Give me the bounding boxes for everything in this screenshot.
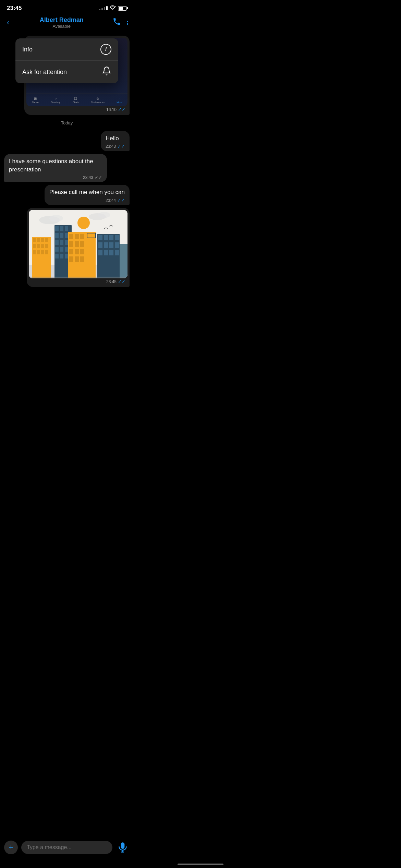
header-actions bbox=[112, 17, 128, 28]
bell-icon bbox=[102, 66, 111, 78]
back-button[interactable]: ‹ bbox=[5, 17, 11, 28]
svg-rect-55 bbox=[98, 242, 102, 248]
svg-point-4 bbox=[98, 212, 110, 218]
message-time: 23:44 bbox=[106, 198, 116, 203]
svg-rect-48 bbox=[75, 256, 79, 262]
svg-rect-35 bbox=[65, 254, 68, 258]
svg-rect-21 bbox=[55, 226, 59, 231]
read-receipt-icon: ✓✓ bbox=[117, 198, 125, 203]
svg-rect-49 bbox=[80, 256, 84, 262]
read-receipt-icon: ✓✓ bbox=[117, 144, 125, 149]
message-footer: 23:44 ✓✓ bbox=[49, 198, 125, 203]
mock-tab-phone: ⊞ Phone bbox=[32, 97, 39, 104]
svg-rect-22 bbox=[60, 226, 63, 231]
message-time: 23:43 bbox=[83, 175, 93, 180]
contact-status: Available bbox=[11, 24, 112, 29]
svg-rect-43 bbox=[80, 241, 84, 247]
svg-rect-59 bbox=[98, 250, 102, 255]
svg-rect-34 bbox=[60, 254, 63, 258]
message-time: 23:43 bbox=[106, 144, 116, 149]
message-text: Please call me when you can bbox=[49, 188, 125, 196]
svg-rect-41 bbox=[69, 241, 73, 247]
svg-rect-50 bbox=[97, 234, 120, 278]
svg-rect-56 bbox=[104, 242, 108, 248]
svg-rect-47 bbox=[69, 256, 73, 262]
svg-rect-23 bbox=[65, 226, 68, 231]
status-time: 23:45 bbox=[7, 5, 22, 12]
svg-rect-10 bbox=[41, 238, 44, 242]
contact-name: Albert Redman bbox=[11, 16, 112, 24]
svg-rect-33 bbox=[55, 254, 59, 258]
mock-tab-more: → More bbox=[117, 97, 122, 104]
svg-rect-24 bbox=[55, 233, 59, 238]
svg-rect-51 bbox=[98, 235, 102, 240]
svg-rect-15 bbox=[45, 244, 48, 248]
svg-rect-45 bbox=[75, 249, 79, 254]
signal-icon bbox=[99, 6, 108, 10]
mock-tab-conferences: ⊙ Conferences bbox=[91, 97, 105, 104]
svg-rect-39 bbox=[75, 234, 79, 239]
svg-rect-16 bbox=[33, 250, 36, 254]
svg-rect-38 bbox=[69, 234, 73, 239]
svg-rect-13 bbox=[37, 244, 40, 248]
svg-rect-31 bbox=[60, 247, 63, 252]
message-text: I have some questions about the presenta… bbox=[9, 157, 102, 174]
read-receipt-icon: ✓✓ bbox=[118, 107, 125, 112]
svg-rect-58 bbox=[115, 242, 119, 248]
info-menu-item[interactable]: Info i bbox=[15, 38, 118, 61]
info-icon: i bbox=[100, 44, 111, 55]
read-receipt-icon: ✓✓ bbox=[118, 279, 125, 284]
message-footer: 23:43 ✓✓ bbox=[9, 175, 102, 180]
svg-rect-61 bbox=[109, 250, 113, 255]
svg-rect-30 bbox=[55, 247, 59, 252]
svg-rect-17 bbox=[37, 250, 40, 254]
status-icons bbox=[99, 5, 127, 11]
svg-rect-12 bbox=[33, 244, 36, 248]
svg-rect-52 bbox=[104, 235, 108, 240]
message-time-screenshot: 16:10 ✓✓ bbox=[26, 106, 127, 113]
date-divider: Today bbox=[4, 118, 130, 128]
message-image[interactable]: 23:45 ✓✓ bbox=[27, 208, 130, 287]
svg-rect-42 bbox=[75, 241, 79, 247]
svg-rect-54 bbox=[115, 235, 119, 240]
svg-rect-46 bbox=[80, 249, 84, 254]
svg-rect-7 bbox=[32, 237, 51, 278]
svg-rect-62 bbox=[115, 250, 119, 255]
chat-header: ‹ Albert Redman Available Info i Ask for… bbox=[0, 14, 134, 32]
svg-rect-63 bbox=[120, 244, 127, 278]
more-options-button[interactable] bbox=[127, 21, 128, 25]
attention-menu-item[interactable]: Ask for attention bbox=[15, 61, 118, 83]
status-bar: 23:45 bbox=[0, 0, 134, 14]
message-footer: 23:43 ✓✓ bbox=[106, 144, 125, 149]
message-time-image: 23:45 ✓✓ bbox=[29, 278, 127, 285]
attention-label: Ask for attention bbox=[22, 69, 67, 76]
svg-rect-8 bbox=[33, 238, 36, 242]
svg-rect-25 bbox=[60, 233, 63, 238]
battery-icon bbox=[118, 6, 127, 11]
svg-point-2 bbox=[49, 215, 63, 222]
svg-rect-29 bbox=[65, 240, 68, 245]
city-image bbox=[29, 210, 127, 278]
read-receipt-icon: ✓✓ bbox=[95, 175, 102, 180]
phone-button[interactable] bbox=[112, 17, 121, 28]
svg-rect-44 bbox=[69, 249, 73, 254]
svg-rect-26 bbox=[65, 233, 68, 238]
svg-rect-11 bbox=[45, 238, 48, 242]
dropdown-menu: Info i Ask for attention bbox=[15, 38, 118, 83]
message-call: Please call me when you can 23:44 ✓✓ bbox=[45, 185, 130, 205]
info-label: Info bbox=[22, 46, 33, 53]
svg-rect-37 bbox=[87, 233, 96, 238]
svg-rect-40 bbox=[80, 234, 84, 239]
svg-rect-60 bbox=[104, 250, 108, 255]
svg-rect-28 bbox=[60, 240, 63, 245]
message-incoming-questions: I have some questions about the presenta… bbox=[4, 154, 107, 182]
svg-rect-9 bbox=[37, 238, 40, 242]
svg-rect-64 bbox=[29, 277, 127, 278]
svg-rect-18 bbox=[41, 250, 44, 254]
svg-point-5 bbox=[77, 217, 90, 229]
mock-tab-chats: ☐ Chats bbox=[73, 97, 79, 104]
mock-tab-directory: ○ Directory bbox=[51, 97, 60, 104]
message-hello: Hello 23:43 ✓✓ bbox=[101, 131, 130, 151]
svg-rect-14 bbox=[41, 244, 44, 248]
message-text: Hello bbox=[106, 134, 125, 143]
